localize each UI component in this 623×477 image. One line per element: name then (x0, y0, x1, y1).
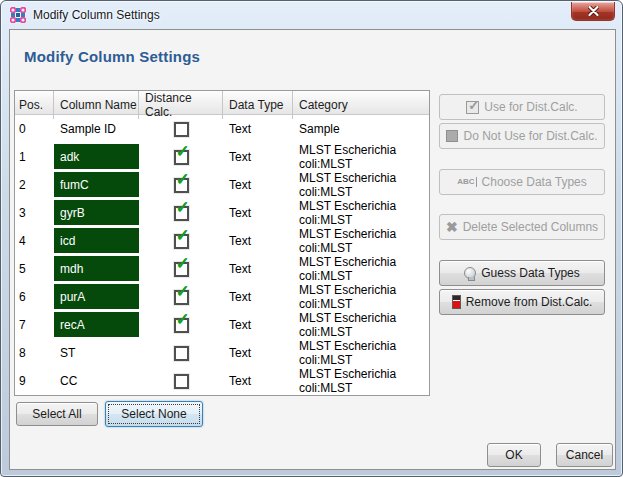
distance-calc-checkbox[interactable]: ✓ (174, 290, 189, 305)
table-row[interactable]: 7recA✓TextMLST Escherichia coli:MLST (15, 311, 429, 339)
side-button-label: Delete Selected Columns (463, 220, 598, 234)
table-row[interactable]: 5mdh✓TextMLST Escherichia coli:MLST (15, 255, 429, 283)
close-icon (588, 6, 599, 16)
check-icon: ✓ (176, 283, 190, 300)
dialog-window: Modify Column Settings Modify Column Set… (0, 0, 623, 477)
content-panel: Modify Column Settings Pos.Column NameDi… (9, 29, 616, 470)
column-name-cell[interactable]: mdh (54, 255, 139, 283)
distance-calc-cell (139, 122, 223, 137)
distance-calc-checkbox[interactable]: ✓ (174, 150, 189, 165)
distance-calc-checkbox[interactable]: ✓ (174, 178, 189, 193)
data-type-cell: Text (223, 374, 293, 388)
use-for-dist-calc-button: Use for Dist.Calc. (439, 94, 605, 120)
column-name-cell[interactable]: purA (54, 283, 139, 311)
column-name-cell[interactable]: CC (54, 367, 139, 395)
column-name-cell[interactable]: Sample ID (54, 115, 139, 143)
pos-cell: 4 (15, 234, 54, 248)
title-bar[interactable]: Modify Column Settings (1, 1, 622, 29)
category-cell: Sample (293, 122, 429, 136)
remove-from-dist-calc-button[interactable]: Remove from Dist.Calc. (439, 289, 605, 315)
select-none-button[interactable]: Select None (105, 401, 203, 427)
page-title: Modify Column Settings (24, 48, 200, 65)
data-type-cell: Text (223, 178, 293, 192)
category-cell: MLST Escherichia coli:MLST (293, 311, 429, 339)
header-cell: Category (293, 91, 429, 119)
column-name-highlighted: adk (54, 144, 139, 169)
filled-box-icon (446, 130, 458, 142)
distance-calc-checkbox[interactable]: ✓ (174, 234, 189, 249)
header-cell: Data Type (223, 91, 293, 119)
distance-calc-cell: ✓ (139, 206, 223, 221)
check-icon: ✓ (176, 227, 190, 244)
table-row[interactable]: 0Sample IDTextSample (15, 115, 429, 143)
distance-calc-checkbox[interactable]: ✓ (174, 262, 189, 277)
choose-data-types-button: ABCChoose Data Types (439, 169, 605, 195)
do-not-use-for-dist-calc-button: Do Not Use for Dist.Calc. (439, 123, 605, 149)
table-row[interactable]: 2fumC✓TextMLST Escherichia coli:MLST (15, 171, 429, 199)
dots-grid-icon (10, 7, 26, 23)
column-name-cell[interactable]: recA (54, 311, 139, 339)
data-type-cell: Text (223, 262, 293, 276)
check-icon: ✓ (176, 143, 190, 160)
distance-calc-checkbox[interactable]: ✓ (174, 318, 189, 333)
data-type-cell: Text (223, 346, 293, 360)
column-name-plain: ST (54, 340, 139, 365)
distance-calc-checkbox[interactable]: ✓ (174, 206, 189, 221)
table-header: Pos.Column NameDistance Calc.Data TypeCa… (15, 91, 429, 115)
column-name-cell[interactable]: gyrB (54, 199, 139, 227)
side-button-label: Guess Data Types (481, 266, 580, 280)
table-row[interactable]: 9CCTextMLST Escherichia coli:MLST (15, 367, 429, 395)
table-row[interactable]: 8STTextMLST Escherichia coli:MLST (15, 339, 429, 367)
table-row[interactable]: 1adk✓TextMLST Escherichia coli:MLST (15, 143, 429, 171)
data-type-cell: Text (223, 122, 293, 136)
pos-cell: 3 (15, 206, 54, 220)
column-name-plain: CC (54, 368, 139, 393)
select-all-button[interactable]: Select All (16, 402, 98, 426)
column-name-cell[interactable]: fumC (54, 171, 139, 199)
table-row[interactable]: 6purA✓TextMLST Escherichia coli:MLST (15, 283, 429, 311)
check-icon: ✓ (176, 171, 190, 188)
pos-cell: 2 (15, 178, 54, 192)
distance-calc-cell (139, 346, 223, 361)
check-icon: ✓ (176, 199, 190, 216)
column-name-highlighted: fumC (54, 172, 139, 197)
pos-cell: 6 (15, 290, 54, 304)
category-cell: MLST Escherichia coli:MLST (293, 199, 429, 227)
guess-data-types-button[interactable]: Guess Data Types (439, 260, 605, 286)
abc-text-icon: ABC (457, 177, 476, 187)
distance-calc-checkbox[interactable] (174, 374, 189, 389)
close-button[interactable] (571, 2, 615, 21)
distance-calc-checkbox[interactable] (174, 122, 189, 137)
column-name-cell[interactable]: ST (54, 339, 139, 367)
column-name-cell[interactable]: icd (54, 227, 139, 255)
lightbulb-icon (464, 267, 476, 279)
column-name-plain: Sample ID (54, 116, 139, 141)
table-row[interactable]: 4icd✓TextMLST Escherichia coli:MLST (15, 227, 429, 255)
check-icon: ✓ (176, 255, 190, 272)
side-button-label: Remove from Dist.Calc. (466, 295, 593, 309)
column-name-highlighted: recA (54, 312, 139, 337)
table-body: 0Sample IDTextSample1adk✓TextMLST Escher… (15, 115, 429, 395)
distance-calc-checkbox[interactable] (174, 346, 189, 361)
data-type-cell: Text (223, 318, 293, 332)
checkbox-checked-icon (466, 101, 479, 114)
distance-calc-cell: ✓ (139, 234, 223, 249)
pos-cell: 8 (15, 346, 54, 360)
data-type-cell: Text (223, 206, 293, 220)
category-cell: MLST Escherichia coli:MLST (293, 367, 429, 395)
category-cell: MLST Escherichia coli:MLST (293, 143, 429, 171)
pos-cell: 9 (15, 374, 54, 388)
data-type-cell: Text (223, 290, 293, 304)
remove-column-icon (452, 295, 461, 309)
ok-button[interactable]: OK (487, 443, 541, 467)
column-name-cell[interactable]: adk (54, 143, 139, 171)
table-row[interactable]: 3gyrB✓TextMLST Escherichia coli:MLST (15, 199, 429, 227)
side-button-label: Use for Dist.Calc. (484, 100, 577, 114)
distance-calc-cell: ✓ (139, 178, 223, 193)
header-cell: Pos. (15, 91, 54, 119)
distance-calc-cell: ✓ (139, 262, 223, 277)
data-type-cell: Text (223, 234, 293, 248)
cancel-button[interactable]: Cancel (556, 443, 613, 467)
category-cell: MLST Escherichia coli:MLST (293, 255, 429, 283)
category-cell: MLST Escherichia coli:MLST (293, 283, 429, 311)
